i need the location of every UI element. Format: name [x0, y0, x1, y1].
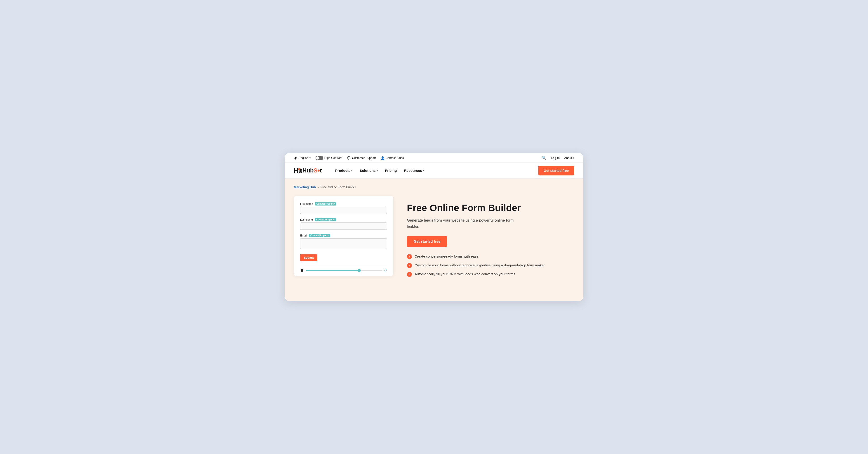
resources-label: Resources — [404, 169, 422, 173]
products-chevron-icon: ▾ — [351, 169, 352, 172]
nav-bar: Hub t HubSt Products ▾ Solutions ▾ — [285, 163, 583, 178]
logo-text: HubSt — [303, 167, 322, 174]
feature-text-2: Customize your forms without technical e… — [414, 263, 545, 268]
logo[interactable]: Hub t HubSt — [294, 167, 322, 175]
page-content: Marketing Hub › Free Online Form Builder… — [285, 178, 583, 301]
check-icon-2: ✓ — [407, 263, 412, 268]
nav-products[interactable]: Products ▾ — [333, 167, 355, 174]
about-chevron-icon: ▾ — [573, 157, 574, 159]
email-label: Email — [300, 234, 307, 237]
email-label-row: Email Contact Property — [300, 234, 387, 237]
about-label: About — [564, 156, 572, 160]
hero-subtitle: Generate leads from your website using a… — [407, 218, 515, 229]
language-label: English — [299, 156, 308, 160]
about-menu[interactable]: About ▾ — [564, 156, 574, 160]
last-name-field-group: Last name Contact Property — [300, 218, 387, 230]
log-in-link[interactable]: Log in — [551, 156, 560, 160]
pricing-label: Pricing — [385, 169, 397, 173]
check-icon-3: ✓ — [407, 272, 412, 277]
contact-sales-link[interactable]: 👤 Contact Sales — [381, 156, 404, 160]
last-name-input-mock[interactable] — [300, 223, 387, 230]
refresh-icon[interactable]: ↺ — [384, 268, 387, 273]
feature-text-1: Create conversion-ready forms with ease — [414, 254, 478, 259]
email-field-group: Email Contact Property — [300, 234, 387, 249]
feature-item-1: ✓ Create conversion-ready forms with eas… — [407, 254, 574, 259]
browser-window: ◐ English ▾ High Contrast 💬 Customer Sup… — [285, 153, 583, 301]
nav-solutions[interactable]: Solutions ▾ — [357, 167, 380, 174]
nav-menu: Products ▾ Solutions ▾ Pricing Resources… — [333, 167, 427, 174]
pause-icon[interactable]: ⏸ — [300, 268, 304, 273]
email-badge: Contact Property — [309, 234, 330, 237]
customer-support-link[interactable]: 💬 Customer Support — [347, 156, 376, 160]
feature-item-2: ✓ Customize your forms without technical… — [407, 263, 574, 268]
last-name-label-row: Last name Contact Property — [300, 218, 387, 221]
feature-list: ✓ Create conversion-ready forms with eas… — [407, 254, 574, 277]
first-name-label: First name — [300, 202, 313, 205]
language-chevron-icon: ▾ — [309, 157, 311, 159]
utility-bar: ◐ English ▾ High Contrast 💬 Customer Sup… — [285, 153, 583, 163]
solutions-label: Solutions — [360, 169, 376, 173]
utility-left: ◐ English ▾ High Contrast 💬 Customer Sup… — [294, 156, 404, 160]
form-preview-panel: First name Contact Property Last name Co… — [294, 196, 393, 276]
first-name-input-mock[interactable] — [300, 207, 387, 214]
hero-cta-button[interactable]: Get started free — [407, 236, 447, 247]
first-name-badge: Contact Property — [315, 202, 336, 205]
nav-resources[interactable]: Resources ▾ — [401, 167, 427, 174]
breadcrumb-separator: › — [318, 186, 318, 189]
person-icon: 👤 — [381, 156, 384, 160]
high-contrast-label: High Contrast — [324, 156, 342, 160]
progress-track[interactable] — [306, 270, 382, 271]
breadcrumb: Marketing Hub › Free Online Form Builder — [294, 186, 574, 189]
check-icon-1: ✓ — [407, 254, 412, 259]
hero-layout: First name Contact Property Last name Co… — [294, 196, 574, 277]
nav-pricing[interactable]: Pricing — [382, 167, 400, 174]
breadcrumb-link[interactable]: Marketing Hub — [294, 186, 316, 189]
language-selector[interactable]: ◐ English ▾ — [294, 156, 311, 160]
progress-thumb — [358, 269, 361, 272]
customer-support-label: Customer Support — [352, 156, 376, 160]
svg-text:t: t — [300, 167, 302, 174]
last-name-label: Last name — [300, 218, 313, 221]
email-input-mock[interactable] — [300, 238, 387, 249]
search-icon[interactable]: 🔍 — [541, 155, 546, 160]
hero-text: Free Online Form Builder Generate leads … — [407, 196, 574, 277]
nav-get-started-button[interactable]: Get started free — [538, 166, 574, 175]
feature-text-3: Automatically fill your CRM with leads w… — [414, 272, 515, 277]
progress-row: ⏸ ↺ — [300, 265, 387, 276]
breadcrumb-current: Free Online Form Builder — [320, 186, 356, 189]
support-icon: 💬 — [347, 156, 351, 160]
resources-chevron-icon: ▾ — [423, 169, 424, 172]
first-name-label-row: First name Contact Property — [300, 202, 387, 205]
nav-left: Hub t HubSt Products ▾ Solutions ▾ — [294, 167, 427, 175]
utility-right: 🔍 Log in About ▾ — [541, 155, 574, 160]
contact-sales-label: Contact Sales — [385, 156, 404, 160]
globe-icon: ◐ — [294, 156, 298, 160]
products-label: Products — [335, 169, 350, 173]
feature-item-3: ✓ Automatically fill your CRM with leads… — [407, 272, 574, 277]
progress-fill — [306, 270, 359, 271]
toggle-switch[interactable] — [315, 156, 323, 160]
form-submit-button[interactable]: Submit — [300, 254, 317, 261]
hubspot-logo-svg: Hub t — [294, 167, 302, 175]
first-name-field-group: First name Contact Property — [300, 202, 387, 214]
hero-title: Free Online Form Builder — [407, 203, 574, 214]
high-contrast-toggle[interactable]: High Contrast — [315, 156, 342, 160]
solutions-chevron-icon: ▾ — [377, 169, 378, 172]
last-name-badge: Contact Property — [315, 218, 336, 221]
